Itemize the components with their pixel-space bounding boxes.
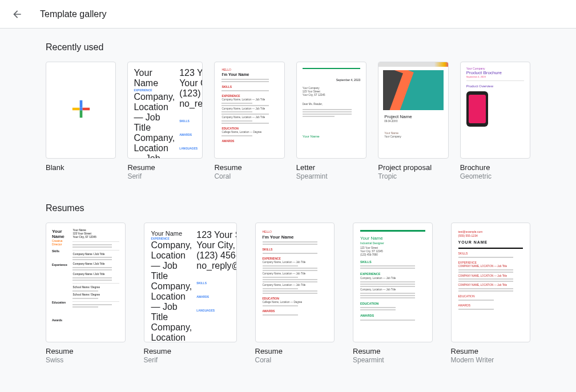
template-blank[interactable]: Blank	[46, 62, 116, 180]
thumb-letter: September 4, 2023 Your Company 123 Your …	[296, 62, 366, 159]
section-resumes-title: Resumes	[46, 203, 530, 213]
template-sub: Geometric	[460, 172, 530, 180]
template-title: Resume	[214, 163, 284, 172]
template-title: Resume	[255, 347, 335, 355]
thumb-serif-2: Your Name EXPERIENCE Company, Location —…	[144, 223, 237, 342]
thumb-swiss: Your Name Creative Director Skills Exper…	[46, 223, 126, 342]
thumb-brochure: Your Company Product Brochure September …	[460, 62, 530, 159]
template-title: Blank	[46, 163, 116, 172]
content: Recently used Blank Your Name EXPERIENCE	[0, 29, 576, 392]
row-resumes: Your Name Creative Director Skills Exper…	[46, 223, 530, 364]
template-resume-coral[interactable]: HELLO I'm Your Name SKILLS EXPERIENCE Co…	[214, 62, 284, 180]
template-letter-spearmint[interactable]: September 4, 2023 Your Company 123 Your …	[296, 62, 366, 180]
template-resume-swiss[interactable]: Your Name Creative Director Skills Exper…	[46, 223, 126, 364]
thumb-spearmint: Your Name Industrial Designer 123 Your S…	[353, 223, 433, 342]
template-resume-modern-writer[interactable]: test@example.com (555) 555-1234 YOUR NAM…	[451, 223, 531, 364]
back-button[interactable]	[10, 7, 24, 21]
template-resume-serif[interactable]: Your Name EXPERIENCE Company, Location —…	[127, 62, 203, 180]
template-title: Brochure	[460, 163, 530, 172]
template-sub: Coral	[214, 172, 284, 180]
template-sub: Spearmint	[296, 172, 366, 180]
template-title: Letter	[296, 163, 366, 172]
template-resume-coral-2[interactable]: HELLO I'm Your Name SKILLS EXPERIENCE Co…	[255, 223, 335, 364]
plus-icon	[69, 97, 93, 123]
template-brochure[interactable]: Your Company Product Brochure September …	[460, 62, 530, 180]
template-resume-serif-2[interactable]: Your Name EXPERIENCE Company, Location —…	[144, 223, 237, 364]
thumb-resume-coral: HELLO I'm Your Name SKILLS EXPERIENCE Co…	[214, 62, 284, 159]
thumb-mw: test@example.com (555) 555-1234 YOUR NAM…	[451, 223, 531, 342]
template-sub: Serif	[144, 356, 237, 364]
template-title: Project proposal	[378, 163, 448, 172]
template-sub: Tropic	[378, 172, 448, 180]
template-sub: Spearmint	[353, 356, 433, 364]
thumb-coral-2: HELLO I'm Your Name SKILLS EXPERIENCE Co…	[255, 223, 335, 342]
page-title: Template gallery	[40, 9, 107, 19]
template-sub: Coral	[255, 356, 335, 364]
template-resume-spearmint[interactable]: Your Name Industrial Designer 123 Your S…	[353, 223, 433, 364]
template-title: Resume	[46, 347, 126, 355]
template-title: Resume	[451, 347, 531, 355]
template-sub: Modern Writer	[451, 356, 531, 364]
thumb-resume-serif: Your Name EXPERIENCE Company, Location —…	[127, 62, 203, 159]
template-title: Resume	[144, 347, 237, 355]
thumb-project: Project Name 09.04.20XX Your Name Your C…	[378, 62, 448, 159]
section-recently-used-title: Recently used	[46, 42, 530, 52]
template-sub: Serif	[127, 172, 203, 180]
template-title: Resume	[127, 163, 203, 172]
template-title: Resume	[353, 347, 433, 355]
header: Template gallery	[0, 0, 576, 29]
arrow-left-icon	[11, 9, 23, 20]
thumb-blank	[46, 62, 116, 159]
template-project-proposal[interactable]: Project Name 09.04.20XX Your Name Your C…	[378, 62, 448, 180]
template-sub: Swiss	[46, 356, 126, 364]
row-recently-used: Blank Your Name EXPERIENCE Company, Loca…	[46, 62, 530, 180]
